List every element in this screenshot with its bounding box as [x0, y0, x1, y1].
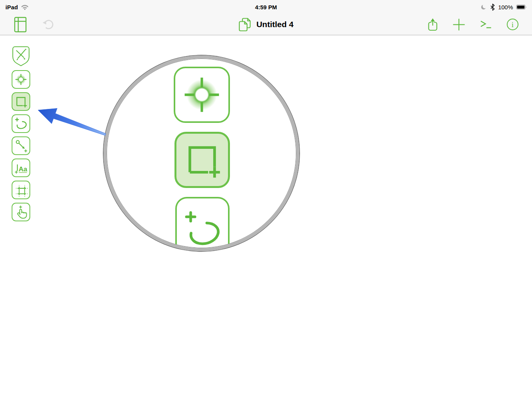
sidebar-panels-icon [14, 17, 27, 33]
crossed-pencil-pen-shield-icon [12, 46, 30, 67]
plus-icon [453, 19, 465, 31]
share-button[interactable] [427, 18, 438, 31]
terminal-prompt-icon [480, 19, 492, 29]
undo-button[interactable] [41, 17, 55, 31]
toolbar-left-group [14, 14, 55, 35]
info-button[interactable]: i [506, 18, 519, 31]
text-cursor-plus-icon: Aa [12, 159, 29, 176]
ellipse-plus-icon [12, 115, 29, 132]
info-icon: i [506, 18, 519, 31]
status-left: iPad [5, 4, 29, 10]
battery-icon [516, 5, 527, 10]
toolbar: Untitled 4 [0, 14, 532, 35]
canvas-frame-icon [12, 181, 29, 198]
undo-icon [41, 17, 55, 31]
status-time: 4:59 PM [255, 4, 277, 10]
documents-icon [238, 17, 252, 31]
tool-ellipse[interactable] [12, 114, 30, 133]
rectangle-plus-icon [12, 93, 29, 110]
tool-line[interactable] [12, 136, 30, 155]
moon-icon [481, 4, 487, 10]
wifi-icon [21, 4, 29, 10]
status-right: 100% [481, 3, 527, 11]
bluetooth-icon [490, 3, 495, 11]
text-tool-label: Aa [19, 165, 28, 173]
document-title-group[interactable]: Untitled 4 [238, 14, 294, 35]
contents-sidebar-button[interactable] [14, 17, 27, 33]
share-icon [427, 18, 438, 31]
drawing-canvas[interactable] [0, 35, 532, 400]
svg-text:i: i [511, 21, 513, 29]
device-label: iPad [5, 4, 18, 10]
tool-palette: Aa [12, 46, 30, 221]
tool-canvas-frame[interactable] [12, 181, 30, 199]
app-screen: iPad 4:59 PM 100% [0, 0, 532, 400]
loupe-artistic-shape-tool [174, 67, 230, 123]
loupe-rectangle-tool [174, 132, 230, 188]
line-arrow-plus-icon [12, 137, 29, 154]
tool-text[interactable]: Aa [12, 159, 30, 177]
tool-rectangle[interactable] [12, 92, 30, 111]
battery-percent: 100% [498, 4, 513, 10]
tap-hand-plus-icon [12, 203, 29, 221]
status-bar: iPad 4:59 PM 100% [0, 0, 532, 14]
document-title: Untitled 4 [256, 20, 294, 29]
tool-style[interactable] [12, 46, 30, 67]
automation-console-button[interactable] [480, 19, 492, 29]
toolbar-right-group: i [427, 14, 519, 35]
add-button[interactable] [453, 19, 465, 31]
glow-target-icon [12, 71, 29, 88]
loupe-magnifier [104, 55, 299, 251]
loupe-ellipse-tool [175, 197, 230, 251]
tool-selection-hand[interactable] [12, 203, 30, 221]
tool-artistic-shape[interactable] [12, 70, 30, 89]
